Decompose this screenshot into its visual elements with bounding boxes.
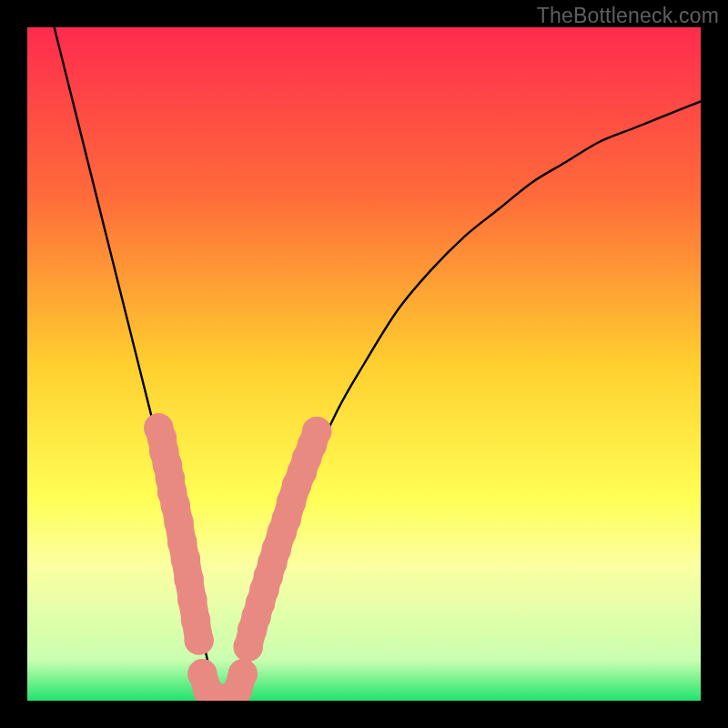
chart-container: TheBottleneck.com — [0, 0, 728, 728]
watermark-text: TheBottleneck.com — [537, 4, 719, 28]
marker-dot — [228, 659, 258, 689]
chart-svg — [27, 27, 701, 701]
plot-area — [27, 27, 701, 701]
marker-dot — [184, 625, 214, 655]
marker-dot — [302, 417, 332, 447]
